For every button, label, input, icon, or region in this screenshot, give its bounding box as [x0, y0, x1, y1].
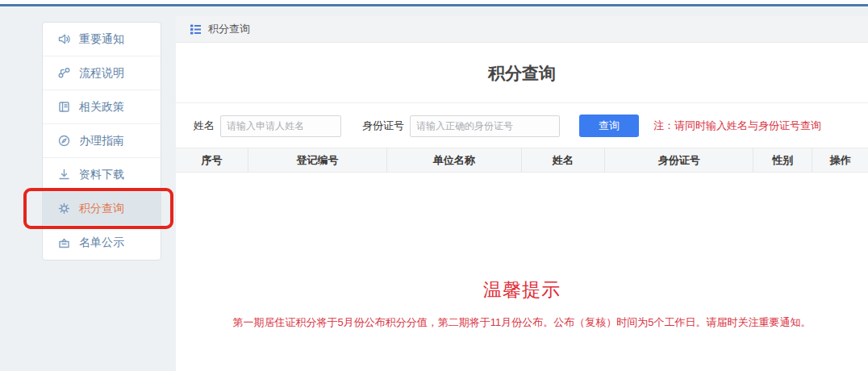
query-button[interactable]: 查询 — [579, 115, 639, 137]
sidebar-item-points-query[interactable]: 积分查询 — [43, 192, 161, 226]
search-form: 姓名 身份证号 查询 注：请同时输入姓名与身份证号查询 — [194, 115, 868, 137]
col-operation: 操作 — [812, 148, 868, 172]
col-reg-number: 登记编号 — [248, 148, 387, 172]
sidebar-item-materials-download[interactable]: 资料下载 — [43, 158, 161, 192]
col-serial-no: 序号 — [176, 148, 248, 172]
points-icon — [57, 202, 71, 215]
sidebar-item-list-publication[interactable]: 名单公示 — [43, 226, 161, 260]
table-header-row: 序号 登记编号 单位名称 姓名 身份证号 性别 操作 — [176, 148, 868, 173]
flow-icon — [57, 66, 71, 80]
main-panel: 积分查询 积分查询 姓名 身份证号 查询 注：请同时输入姓名与身份证号查询 序号… — [176, 16, 868, 371]
policy-icon — [57, 100, 71, 114]
sidebar-item-handling-guide[interactable]: 办理指南 — [43, 124, 161, 158]
sidebar-item-process-description[interactable]: 流程说明 — [43, 56, 161, 90]
col-name: 姓名 — [522, 148, 605, 172]
breadcrumb-bar: 积分查询 — [176, 16, 868, 43]
sidebar-item-important-notice[interactable]: 重要通知 — [43, 23, 161, 56]
compass-icon — [57, 134, 71, 148]
page-title: 积分查询 — [176, 62, 868, 85]
name-label: 姓名 — [194, 119, 215, 133]
board-icon — [57, 236, 71, 250]
sidebar-item-label: 办理指南 — [79, 134, 124, 148]
notice-block: 温馨提示 第一期居住证积分将于5月份公布积分分值，第二期将于11月份公布。公布（… — [176, 277, 868, 330]
breadcrumb: 积分查询 — [208, 22, 250, 36]
sidebar-menu: 重要通知 流程说明 相关政策 办理指南 资料下载 积分查询 — [42, 22, 161, 261]
id-label: 身份证号 — [362, 119, 404, 133]
sidebar-item-label: 资料下载 — [79, 168, 124, 182]
notice-title: 温馨提示 — [176, 277, 868, 302]
col-id-number: 身份证号 — [605, 148, 753, 172]
form-note: 注：请同时输入姓名与身份证号查询 — [653, 119, 821, 133]
sidebar-item-label: 积分查询 — [79, 202, 124, 216]
sidebar-item-related-policies[interactable]: 相关政策 — [43, 90, 161, 124]
list-icon — [190, 23, 202, 35]
col-gender: 性别 — [753, 148, 812, 172]
speaker-icon — [57, 32, 71, 46]
table-body-empty — [176, 173, 868, 277]
sidebar-item-label: 相关政策 — [79, 100, 124, 115]
divider — [176, 102, 868, 103]
sidebar-item-label: 流程说明 — [79, 66, 124, 81]
download-icon — [57, 168, 71, 181]
notice-body: 第一期居住证积分将于5月份公布积分分值，第二期将于11月份公布。公布（复核）时间… — [176, 315, 868, 330]
id-number-input[interactable] — [410, 115, 560, 137]
top-blue-line — [0, 4, 868, 6]
col-unit-name: 单位名称 — [387, 148, 522, 172]
sidebar-item-label: 名单公示 — [79, 236, 124, 250]
sidebar-item-label: 重要通知 — [79, 32, 124, 47]
name-input[interactable] — [220, 115, 341, 137]
